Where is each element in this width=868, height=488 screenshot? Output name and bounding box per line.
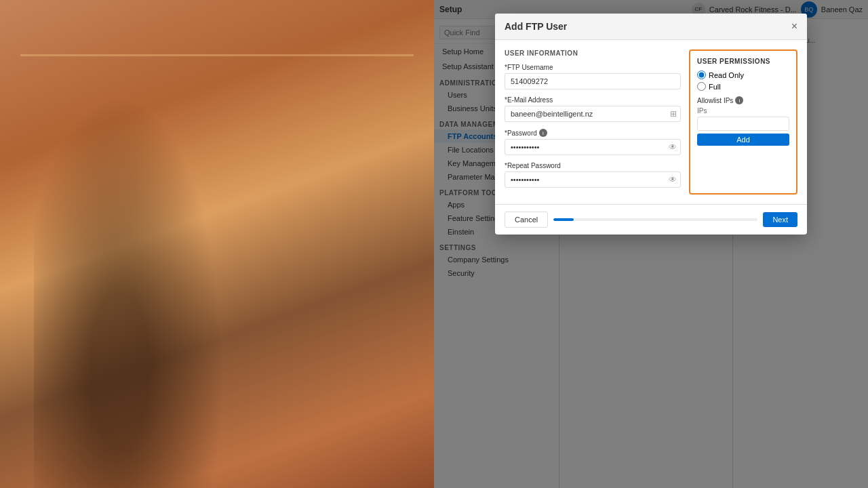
next-button[interactable]: Next xyxy=(763,212,797,227)
email-input[interactable] xyxy=(505,106,681,122)
modal-title: Add FTP User xyxy=(505,21,567,32)
cancel-button[interactable]: Cancel xyxy=(505,211,548,228)
username-input[interactable] xyxy=(505,73,681,89)
ips-label: IPs xyxy=(697,107,789,115)
username-field-group: *FTP Username xyxy=(505,64,681,89)
full-radio-input[interactable] xyxy=(697,82,706,91)
add-ip-button[interactable]: Add xyxy=(697,134,789,146)
password-label: *Password i xyxy=(505,129,681,137)
full-radio[interactable]: Full xyxy=(697,82,789,91)
modal-header: Add FTP User × xyxy=(495,14,807,40)
modal-body: USER INFORMATION *FTP Username *E-Mail A… xyxy=(495,40,807,204)
read-only-radio[interactable]: Read Only xyxy=(697,70,789,79)
repeat-password-label: *Repeat Password xyxy=(505,162,681,169)
modal-permissions: USER PERMISSIONS Read Only Full Allowlis… xyxy=(689,49,797,195)
password-info-icon[interactable]: i xyxy=(539,129,547,137)
repeat-password-field-group: *Repeat Password 👁 xyxy=(505,162,681,188)
full-label: Full xyxy=(709,83,721,91)
repeat-password-input-wrap: 👁 xyxy=(505,171,681,188)
password-visibility-icon[interactable]: 👁 xyxy=(669,142,677,152)
user-info-section-label: USER INFORMATION xyxy=(505,49,681,57)
modal-backdrop: Add FTP User × USER INFORMATION *FTP Use… xyxy=(434,0,868,488)
background-photo xyxy=(0,0,434,488)
add-ftp-user-modal: Add FTP User × USER INFORMATION *FTP Use… xyxy=(495,14,807,235)
email-lookup-icon[interactable]: ⊞ xyxy=(670,109,677,119)
modal-footer: Cancel Next xyxy=(495,204,807,235)
email-label: *E-Mail Address xyxy=(505,96,681,104)
modal-close-button[interactable]: × xyxy=(791,20,797,33)
password-input-wrap: 👁 xyxy=(505,139,681,155)
username-label: *FTP Username xyxy=(505,64,681,71)
read-only-radio-input[interactable] xyxy=(697,70,706,79)
progress-bar xyxy=(553,218,757,221)
password-input[interactable] xyxy=(505,139,681,155)
repeat-password-input[interactable] xyxy=(505,171,681,188)
progress-bar-fill xyxy=(553,218,574,221)
password-field-group: *Password i 👁 xyxy=(505,129,681,155)
allowlist-label: Allowlist IPs i xyxy=(697,96,789,104)
repeat-password-visibility-icon[interactable]: 👁 xyxy=(669,175,677,184)
email-field-group: *E-Mail Address ⊞ xyxy=(505,96,681,122)
read-only-label: Read Only xyxy=(709,71,744,79)
ips-input[interactable] xyxy=(697,117,789,131)
email-input-wrap: ⊞ xyxy=(505,106,681,122)
permissions-section-label: USER PERMISSIONS xyxy=(697,58,789,65)
modal-user-info: USER INFORMATION *FTP Username *E-Mail A… xyxy=(505,49,681,195)
allowlist-info-icon[interactable]: i xyxy=(735,96,743,104)
